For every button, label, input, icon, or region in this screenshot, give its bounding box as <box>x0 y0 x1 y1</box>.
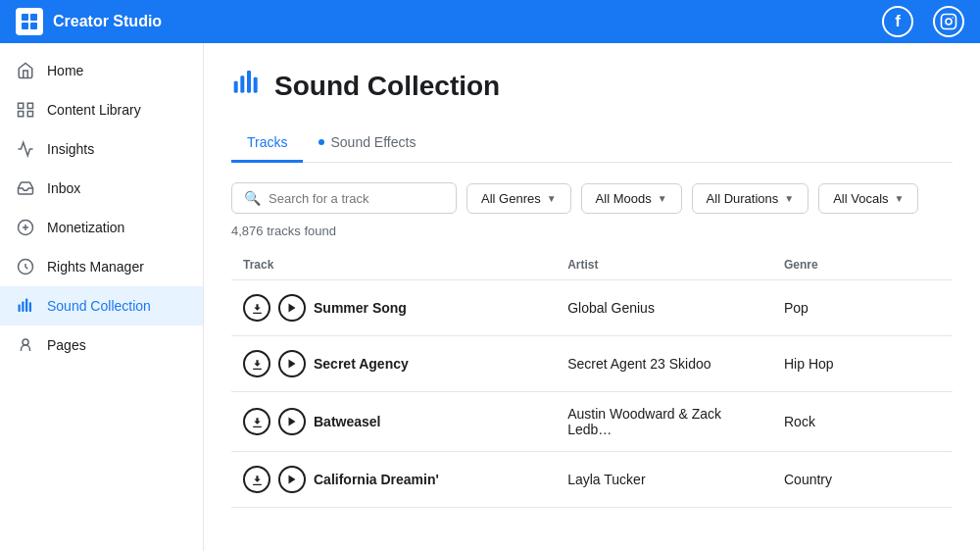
svg-rect-3 <box>30 23 37 29</box>
durations-filter-button[interactable]: All Durations ▼ <box>692 183 809 214</box>
artist-cell-3: Layla Tucker <box>556 452 772 508</box>
sidebar-item-insights-label: Insights <box>47 141 94 157</box>
sidebar-item-monetization-label: Monetization <box>47 220 124 235</box>
vocals-filter-label: All Vocals <box>833 191 888 206</box>
svg-marker-27 <box>289 476 296 484</box>
vocals-filter-arrow: ▼ <box>895 193 905 204</box>
th-artist: Artist <box>556 250 772 280</box>
home-icon <box>16 61 35 80</box>
sidebar-item-rights-manager-label: Rights Manager <box>47 259 144 275</box>
table-row: California Dreamin' Layla Tucker Country <box>231 452 953 508</box>
inbox-icon <box>16 178 35 198</box>
genres-filter-label: All Genres <box>481 191 541 206</box>
sidebar-item-monetization[interactable]: Monetization <box>0 208 203 247</box>
vocals-filter-button[interactable]: All Vocals ▼ <box>818 183 918 214</box>
svg-rect-1 <box>30 14 37 21</box>
rights-manager-icon <box>16 257 35 276</box>
track-actions-1: Secret Agency <box>243 350 544 377</box>
artist-cell-0: Global Genius <box>556 280 772 336</box>
tabs: Tracks Sound Effects <box>231 125 953 163</box>
download-button-3[interactable] <box>243 466 270 493</box>
sidebar-item-pages-label: Pages <box>47 337 86 353</box>
moods-filter-label: All Moods <box>596 191 652 206</box>
sidebar: Home Content Library Insights <box>0 43 204 551</box>
tab-sound-effects[interactable]: Sound Effects <box>303 125 431 163</box>
track-name-2: Batweasel <box>314 414 380 429</box>
svg-marker-24 <box>289 304 296 313</box>
genres-filter-button[interactable]: All Genres ▼ <box>466 183 571 214</box>
tab-dot <box>318 139 324 145</box>
track-name-3: California Dreamin' <box>314 472 439 487</box>
svg-point-19 <box>23 339 28 345</box>
tab-tracks[interactable]: Tracks <box>231 125 303 163</box>
svg-rect-23 <box>254 77 258 93</box>
svg-rect-16 <box>22 302 24 313</box>
platform-icons: f <box>882 6 964 37</box>
play-button-2[interactable] <box>278 408 306 435</box>
genre-cell-0: Pop <box>772 280 953 336</box>
sidebar-item-rights-manager[interactable]: Rights Manager <box>0 247 203 286</box>
download-button-0[interactable] <box>243 294 270 322</box>
svg-rect-15 <box>19 305 21 313</box>
sidebar-item-home[interactable]: Home <box>0 51 203 90</box>
creator-studio-logo <box>16 8 43 35</box>
facebook-icon[interactable]: f <box>882 6 913 37</box>
search-icon: 🔍 <box>244 190 261 206</box>
play-button-1[interactable] <box>278 350 306 377</box>
download-button-1[interactable] <box>243 350 270 377</box>
sidebar-item-sound-collection-label: Sound Collection <box>47 298 151 314</box>
svg-rect-0 <box>22 14 28 21</box>
svg-rect-18 <box>29 302 31 312</box>
th-genre: Genre <box>772 250 953 280</box>
table-row: Batweasel Austin Woodward & Zack Ledb… R… <box>231 392 953 452</box>
instagram-icon[interactable] <box>933 6 964 37</box>
top-nav: Creator Studio f <box>0 0 980 43</box>
sidebar-item-sound-collection[interactable]: Sound Collection <box>0 286 203 326</box>
play-button-3[interactable] <box>278 466 306 493</box>
filters-row: 🔍 All Genres ▼ All Moods ▼ All Durations… <box>231 182 953 214</box>
main-content: Sound Collection Tracks Sound Effects 🔍 … <box>204 43 980 551</box>
svg-rect-9 <box>19 112 24 117</box>
sidebar-item-content-library[interactable]: Content Library <box>0 90 203 129</box>
svg-point-5 <box>946 19 952 25</box>
svg-marker-26 <box>289 418 296 426</box>
search-input[interactable] <box>269 191 444 206</box>
table-header: Track Artist Genre <box>231 250 953 280</box>
page-header: Sound Collection <box>231 67 953 105</box>
play-button-0[interactable] <box>278 294 306 322</box>
track-cell-0: Summer Song <box>231 280 556 336</box>
table-row: Secret Agency Secret Agent 23 Skidoo Hip… <box>231 336 953 392</box>
moods-filter-arrow: ▼ <box>658 193 667 204</box>
track-actions-0: Summer Song <box>243 294 544 322</box>
sidebar-item-pages[interactable]: Pages <box>0 326 203 365</box>
pages-icon <box>16 335 35 355</box>
sidebar-item-insights[interactable]: Insights <box>0 129 203 169</box>
tab-sound-effects-label: Sound Effects <box>330 134 416 150</box>
svg-rect-20 <box>234 81 238 93</box>
track-cell-2: Batweasel <box>231 392 556 452</box>
genre-cell-2: Rock <box>772 392 953 452</box>
svg-rect-22 <box>247 71 251 93</box>
moods-filter-button[interactable]: All Moods ▼ <box>581 183 682 214</box>
track-actions-2: Batweasel <box>243 408 544 435</box>
track-count: 4,876 tracks found <box>231 224 953 238</box>
insights-icon <box>16 139 35 159</box>
svg-rect-4 <box>942 15 956 29</box>
durations-filter-arrow: ▼ <box>784 193 794 204</box>
track-actions-3: California Dreamin' <box>243 466 544 493</box>
svg-rect-8 <box>27 103 32 108</box>
track-cell-3: California Dreamin' <box>231 452 556 508</box>
search-box[interactable]: 🔍 <box>231 182 457 214</box>
top-nav-brand: Creator Studio <box>16 8 162 35</box>
content-library-icon <box>16 100 35 120</box>
genre-cell-1: Hip Hop <box>772 336 953 392</box>
svg-rect-17 <box>25 299 27 313</box>
sidebar-item-inbox-label: Inbox <box>47 180 80 196</box>
svg-marker-25 <box>289 360 296 369</box>
sidebar-item-inbox[interactable]: Inbox <box>0 169 203 208</box>
svg-rect-7 <box>19 103 24 108</box>
svg-rect-2 <box>22 23 28 29</box>
sound-collection-header-icon <box>231 67 263 105</box>
sidebar-item-home-label: Home <box>47 63 83 78</box>
download-button-2[interactable] <box>243 408 270 435</box>
